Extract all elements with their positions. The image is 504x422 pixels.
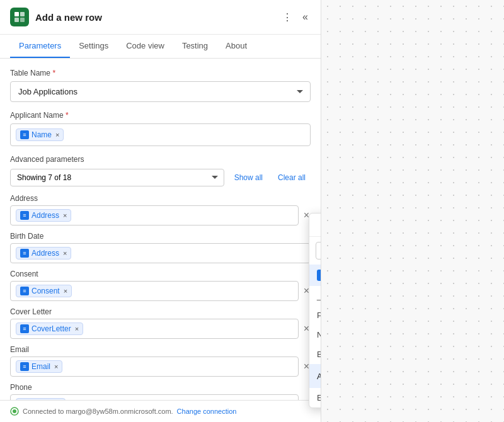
email-token-field[interactable]: ≡ Email × [10,356,299,377]
svg-point-5 [13,409,16,413]
address-token-field[interactable]: ≡ Address × [10,205,299,225]
app-icon [10,8,29,26]
address-label: Address [10,194,311,203]
email-text: Email [317,393,321,402]
consent-token-text: Consent [32,287,60,295]
phone-label: Phone [10,383,311,392]
email-token: ≡ Email × [16,360,62,373]
birth-date-token-text: Address [32,249,59,258]
advanced-header: Advanced parameters [10,155,311,164]
popup-item-position[interactable]: Position [309,305,321,325]
consent-token-close[interactable]: × [64,287,67,295]
cover-letter-token-close[interactable]: × [75,325,79,333]
consent-token-field[interactable]: ≡ Consent × [10,281,299,301]
tab-settings[interactable]: Settings [70,35,117,58]
table-name-label: Table Name * [10,69,311,77]
cover-letter-label: Cover Letter [10,307,311,316]
cover-letter-token-text: CoverLetter [32,324,71,333]
token-close-button[interactable]: × [55,131,59,139]
id-text: _id [317,291,321,300]
birth-date-param: Birth Date ≡ Address × [10,232,311,263]
email-label: Email [10,345,311,354]
email-token-close[interactable]: × [54,363,58,370]
left-panel: Add a new row ⋮ « Parameters Settings Co… [0,0,321,422]
cover-letter-token-icon: ≡ [20,324,29,333]
popup-item-email[interactable]: Email [309,388,321,408]
birth-date-token: ≡ Address × [16,247,71,259]
form-submitted-icon: ≡ [317,270,321,281]
applicant-name-label: Applicant Name * [10,111,311,120]
connection-icon [10,407,19,416]
popup-item-address[interactable]: Address 👆 [309,364,321,388]
svg-rect-1 [20,12,25,16]
email-input-row: ≡ Email × × [10,356,311,377]
address-token: ≡ Address × [16,209,71,222]
nav-tabs: Parameters Settings Code view Testing Ab… [0,35,321,59]
consent-label: Consent [10,270,311,278]
token-icon: ≡ [20,130,29,139]
tab-parameters[interactable]: Parameters [10,35,70,58]
show-all-button[interactable]: Show all [229,171,268,185]
change-connection-link[interactable]: Change connection [177,408,237,415]
collapse-button[interactable]: « [300,10,311,24]
email-param: Email ≡ Email × × [10,345,311,377]
svg-rect-3 [20,18,25,22]
birth-date-token-field[interactable]: ≡ Address × [10,243,311,263]
tab-about[interactable]: About [217,35,256,58]
birth-date-label: Birth Date [10,232,311,241]
header: Add a new row ⋮ « [0,0,321,35]
table-name-field: Table Name * Job Applications [10,69,311,102]
birth-date-token-icon: ≡ [20,249,29,258]
birth-date-token-close[interactable]: × [63,249,67,257]
showing-select[interactable]: Showing 7 of 18 [10,169,224,186]
address-token-icon: ≡ [20,211,29,220]
header-actions: ⋮ « [280,10,311,25]
clear-all-button[interactable]: Clear all [273,171,311,185]
dropdown-popup: ℹ ✎ × ≡ Form is submitted See more (17) … [309,213,321,408]
applicant-name-field: Applicant Name * ≡ Name × [10,111,311,146]
cover-letter-token-field[interactable]: ≡ CoverLetter × [10,319,299,339]
table-name-select[interactable]: Job Applications [10,81,311,102]
email-token-text: Email [32,362,50,371]
svg-rect-0 [14,12,19,16]
header-title: Add a new row [35,12,273,23]
tab-testing[interactable]: Testing [173,35,217,58]
popup-item-id[interactable]: _id [309,286,321,305]
popup-item-form-submitted[interactable]: ≡ Form is submitted See more (17) [309,265,321,286]
tab-code-view[interactable]: Code view [117,35,173,58]
email-token-icon: ≡ [20,362,29,371]
more-options-button[interactable]: ⋮ [280,10,295,25]
popup-search-input[interactable] [316,242,321,259]
content-area: Table Name * Job Applications Applicant … [0,59,321,400]
phone-token-field[interactable]: ≡ Phone × [10,394,299,400]
advanced-section: Advanced parameters Showing 7 of 18 Show… [10,155,311,186]
cover-letter-input-row: ≡ CoverLetter × × [10,319,311,339]
connected-text: Connected to margo@8yw58m.onmicrosoft.co… [23,408,173,415]
advanced-controls: Showing 7 of 18 Show all Clear all [10,169,311,186]
popup-item-name[interactable]: Name [309,325,321,345]
footer: Connected to margo@8yw58m.onmicrosoft.co… [0,400,321,422]
birth-date-input-row: ≡ Address × [10,243,311,263]
address-token-close[interactable]: × [63,212,67,219]
name-text: Name [317,330,321,339]
svg-rect-2 [14,18,19,22]
name-token: ≡ Name × [16,128,64,141]
position-text: Position [317,311,321,320]
address-param: Address ≡ Address × × [10,194,311,225]
required-indicator-2: * [66,111,69,120]
phone-param: Phone ≡ Phone × × [10,383,311,400]
consent-token-icon: ≡ [20,287,29,295]
cover-letter-token: ≡ CoverLetter × [16,322,83,335]
applicant-name-input[interactable]: ≡ Name × [10,123,311,146]
address-input-row: ≡ Address × × [10,205,311,225]
popup-item-birthdate[interactable]: BirthDate [309,345,321,364]
right-panel [321,0,504,422]
app-container: Add a new row ⋮ « Parameters Settings Co… [0,0,504,422]
phone-input-row: ≡ Phone × × [10,394,311,400]
birthdate-text: BirthDate [317,350,321,359]
address-text: Address [317,372,321,381]
consent-param: Consent ≡ Consent × × [10,270,311,301]
required-indicator: * [52,69,55,77]
cover-letter-param: Cover Letter ≡ CoverLetter × × [10,307,311,339]
address-token-text: Address [32,211,59,220]
